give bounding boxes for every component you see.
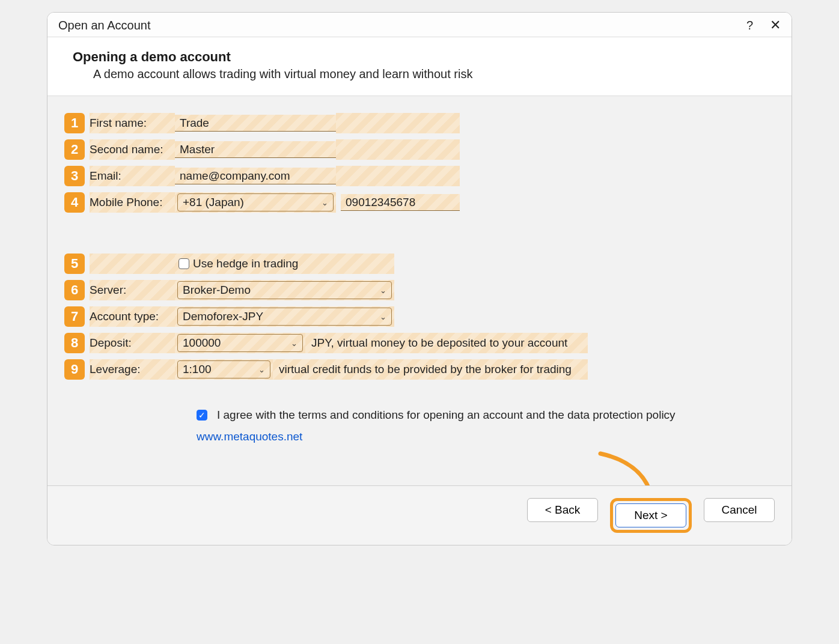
row-stripe-fill <box>336 113 460 133</box>
chevron-down-icon: ⌄ <box>380 312 386 321</box>
row-stripe-fill <box>336 166 460 186</box>
account-type-select[interactable]: Demoforex-JPY ⌄ <box>177 308 392 326</box>
row-stripe-fill <box>336 139 460 160</box>
row-leverage: 9 Leverage: 1:100 ⌄ virtual credit funds… <box>64 359 775 380</box>
step-badge-2: 2 <box>64 139 85 160</box>
agree-text: I agree with the terms and conditions fo… <box>217 409 676 422</box>
email-label: Email: <box>90 166 175 186</box>
row-account-type: 7 Account type: Demoforex-JPY ⌄ <box>64 306 775 327</box>
phone-label: Mobile Phone: <box>90 192 175 213</box>
form-area: 1 First name: Trade 2 Second name: Maste… <box>47 96 792 485</box>
server-label: Server: <box>90 280 175 300</box>
phone-country-value: +81 (Japan) <box>183 196 244 209</box>
row-email: 3 Email: name@company.com <box>64 166 775 186</box>
first-name-label: First name: <box>90 113 175 133</box>
step-badge-5: 5 <box>64 254 85 274</box>
email-value: name@company.com <box>180 169 290 183</box>
second-name-input[interactable]: Master <box>175 141 336 158</box>
server-select[interactable]: Broker-Demo ⌄ <box>177 281 392 299</box>
phone-number-value: 09012345678 <box>346 196 415 209</box>
leverage-hint: virtual credit funds to be provided by t… <box>273 359 588 380</box>
leverage-label: Leverage: <box>90 359 175 380</box>
step-badge-4: 4 <box>64 192 85 213</box>
agree-row: ✓ I agree with the terms and conditions … <box>197 409 775 422</box>
row-second-name: 2 Second name: Master <box>64 139 775 160</box>
agree-checkbox[interactable]: ✓ <box>197 410 207 421</box>
deposit-hint: JPY, virtual money to be deposited to yo… <box>305 333 588 353</box>
back-button[interactable]: < Back <box>527 498 598 522</box>
deposit-value: 100000 <box>183 336 221 350</box>
row-hedge: 5 Use hedge in trading <box>64 254 775 274</box>
titlebar: Open an Account ? ✕ <box>47 13 792 37</box>
step-badge-3: 3 <box>64 166 85 186</box>
step-badge-6: 6 <box>64 280 85 300</box>
next-button-highlight: Next > <box>610 498 692 533</box>
next-button-label: Next > <box>634 509 667 522</box>
wizard-subtitle: A demo account allows trading with virtu… <box>93 67 766 81</box>
account-type-value: Demoforex-JPY <box>183 310 263 323</box>
leverage-value: 1:100 <box>183 363 212 376</box>
chevron-down-icon: ⌄ <box>322 198 328 207</box>
window-title: Open an Account <box>58 19 150 32</box>
account-type-label: Account type: <box>90 306 175 327</box>
chevron-down-icon: ⌄ <box>380 286 386 295</box>
phone-country-select[interactable]: +81 (Japan) ⌄ <box>177 193 334 211</box>
wizard-header: Opening a demo account A demo account al… <box>47 37 792 96</box>
dialog-window: Open an Account ? ✕ Opening a demo accou… <box>47 12 792 545</box>
chevron-down-icon: ⌄ <box>258 365 265 374</box>
deposit-label: Deposit: <box>90 333 175 353</box>
row-deposit: 8 Deposit: 100000 ⌄ JPY, virtual money t… <box>64 333 775 353</box>
wizard-title: Opening a demo account <box>73 49 766 65</box>
next-button[interactable]: Next > <box>615 503 686 527</box>
titlebar-controls: ? ✕ <box>746 17 781 33</box>
server-select-wrap: Broker-Demo ⌄ <box>175 280 394 300</box>
agree-block: ✓ I agree with the terms and conditions … <box>197 409 775 443</box>
terms-link[interactable]: www.metaquotes.net <box>197 430 302 443</box>
step-badge-1: 1 <box>64 113 85 133</box>
second-name-label: Second name: <box>90 139 175 160</box>
deposit-select[interactable]: 100000 ⌄ <box>177 334 303 352</box>
back-button-label: < Back <box>545 503 581 517</box>
hedge-label: Use hedge in trading <box>193 257 298 270</box>
step-badge-7: 7 <box>64 306 85 327</box>
row-server: 6 Server: Broker-Demo ⌄ <box>64 280 775 300</box>
second-name-value: Master <box>180 143 215 156</box>
leverage-select[interactable]: 1:100 ⌄ <box>177 360 270 378</box>
close-icon[interactable]: ✕ <box>770 17 781 33</box>
cancel-button[interactable]: Cancel <box>704 498 775 522</box>
deposit-select-wrap: 100000 ⌄ <box>175 333 305 353</box>
hedge-checkbox[interactable] <box>178 258 189 269</box>
chevron-down-icon: ⌄ <box>291 339 297 348</box>
email-input[interactable]: name@company.com <box>175 168 336 184</box>
server-value: Broker-Demo <box>183 284 251 297</box>
hedge-checkbox-wrap[interactable]: Use hedge in trading <box>175 254 394 274</box>
leverage-select-wrap: 1:100 ⌄ <box>175 359 273 380</box>
hedge-label-pad <box>90 254 175 274</box>
row-phone: 4 Mobile Phone: +81 (Japan) ⌄ 0901234567… <box>64 192 775 213</box>
step-badge-8: 8 <box>64 333 85 353</box>
phone-number-input[interactable]: 09012345678 <box>341 194 460 211</box>
account-type-select-wrap: Demoforex-JPY ⌄ <box>175 306 394 327</box>
first-name-input[interactable]: Trade <box>175 115 336 132</box>
row-first-name: 1 First name: Trade <box>64 113 775 133</box>
phone-country-wrap: +81 (Japan) ⌄ <box>175 192 336 213</box>
first-name-value: Trade <box>180 117 209 130</box>
cancel-button-label: Cancel <box>721 503 757 517</box>
wizard-footer: < Back Next > Cancel <box>47 485 792 545</box>
step-badge-9: 9 <box>64 359 85 380</box>
help-icon[interactable]: ? <box>746 19 753 32</box>
